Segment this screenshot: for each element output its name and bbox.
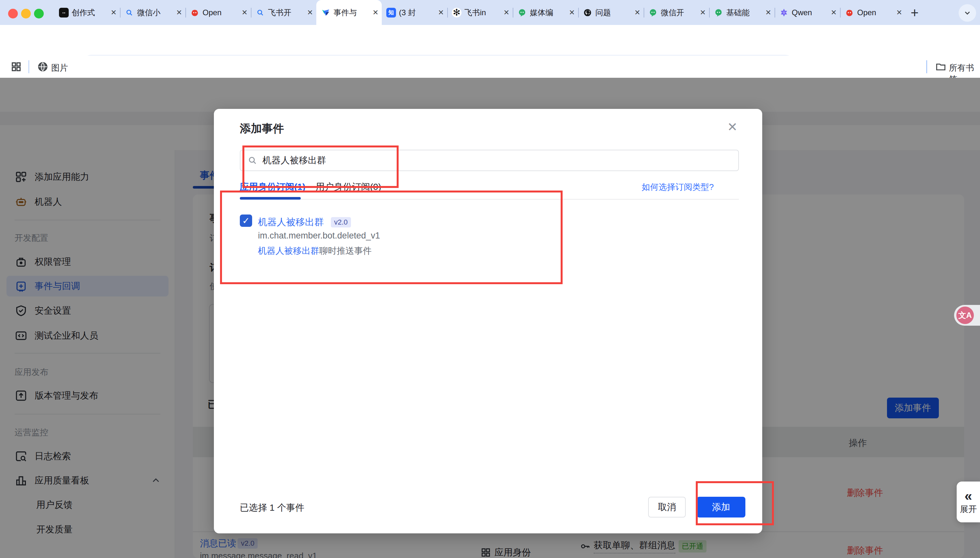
tab-close-icon[interactable]: ✕	[765, 8, 771, 17]
browser-tab[interactable]: 微信小 ✕	[120, 0, 185, 25]
github-favicon-icon	[583, 8, 593, 18]
expand-widget[interactable]: « 展开	[957, 481, 980, 522]
openai-favicon-icon: ✻	[452, 8, 461, 18]
browser-tab[interactable]: 创作式 ✕	[54, 0, 120, 25]
traffic-minimize-button[interactable]	[21, 9, 31, 18]
tab-close-icon[interactable]: ✕	[831, 8, 837, 17]
annotation-box-search	[242, 146, 399, 188]
double-chevron-left-icon: «	[964, 489, 972, 503]
tab-close-icon[interactable]: ✕	[111, 8, 117, 17]
modal-title: 添加事件	[240, 121, 284, 136]
bookmark-item[interactable]: 图片	[51, 62, 68, 74]
chevron-down-icon	[963, 9, 972, 17]
annotation-box-confirm	[696, 481, 774, 525]
tab-close-icon[interactable]: ✕	[700, 8, 706, 17]
bookmarks-bar: 图片 所有书签	[0, 56, 980, 78]
browser-tab[interactable]: 知 (3 封 ✕	[382, 0, 447, 25]
wechat-favicon-icon	[648, 8, 658, 18]
bookmarks-divider	[926, 60, 927, 73]
browser-tab-strip: 创作式 ✕ 微信小 ✕ Open ✕ 飞书开	[0, 0, 980, 25]
traffic-close-button[interactable]	[8, 9, 18, 18]
wechat-favicon-icon	[714, 8, 723, 18]
browser-tab[interactable]: 飞书开 ✕	[251, 0, 316, 25]
expand-label: 展开	[960, 504, 977, 515]
tab-close-icon[interactable]: ✕	[569, 8, 575, 17]
search-favicon-icon	[255, 8, 265, 18]
new-tab-button[interactable]: +	[911, 5, 919, 21]
browser-tab[interactable]: 基础能 ✕	[709, 0, 775, 25]
robot-favicon-icon	[59, 8, 69, 18]
red-pet-favicon-icon	[190, 8, 200, 18]
tab-close-icon[interactable]: ✕	[896, 8, 902, 17]
zhihu-favicon-icon: 知	[386, 8, 396, 18]
tab-close-icon[interactable]: ✕	[438, 8, 444, 17]
traffic-zoom-button[interactable]	[34, 9, 44, 18]
tab-list: 创作式 ✕ 微信小 ✕ Open ✕ 飞书开	[54, 0, 906, 25]
apps-grid-icon[interactable]	[10, 61, 22, 72]
red-pet-favicon-icon	[845, 8, 854, 18]
search-favicon-icon	[125, 8, 134, 18]
selected-count-text: 已选择 1 个事件	[240, 502, 304, 514]
tab-close-icon[interactable]: ✕	[635, 8, 640, 17]
tab-close-icon[interactable]: ✕	[307, 8, 313, 17]
browser-tab[interactable]: 媒体编 ✕	[513, 0, 578, 25]
tab-search-chevron-button[interactable]	[959, 4, 976, 22]
wechat-favicon-icon	[517, 8, 527, 18]
tab-close-icon[interactable]: ✕	[373, 8, 379, 17]
browser-tab[interactable]: ✻ 飞书in ✕	[447, 0, 513, 25]
annotation-box-event-item	[220, 190, 563, 284]
browser-tab[interactable]: Qwen ✕	[775, 0, 840, 25]
browser-tab[interactable]: Open ✕	[185, 0, 251, 25]
tab-close-icon[interactable]: ✕	[504, 8, 509, 17]
screen: 创作式 ✕ 微信小 ✕ Open ✕ 飞书开	[0, 0, 980, 558]
browser-tab-active[interactable]: 事件与 ✕	[316, 0, 382, 25]
subscription-help-link[interactable]: 如何选择订阅类型?	[642, 181, 714, 193]
close-icon[interactable]: ✕	[727, 120, 738, 134]
globe-icon	[37, 61, 49, 72]
cancel-button[interactable]: 取消	[648, 497, 686, 517]
folder-icon	[935, 61, 946, 72]
browser-tab[interactable]: 微信开 ✕	[643, 0, 709, 25]
tab-close-icon[interactable]: ✕	[242, 8, 248, 17]
feishu-favicon-icon	[321, 8, 330, 18]
qwen-favicon-icon	[779, 8, 789, 18]
browser-tab[interactable]: Open ✕	[840, 0, 906, 25]
bookmarks-divider	[28, 60, 29, 73]
browser-toolbar: ← → ↻ open.feishu.cn/app/cli_a9393d2699f…	[0, 25, 980, 56]
translate-float-icon[interactable]: 文A	[956, 307, 974, 324]
tab-close-icon[interactable]: ✕	[176, 8, 182, 17]
browser-tab[interactable]: 问题 ✕	[578, 0, 643, 25]
